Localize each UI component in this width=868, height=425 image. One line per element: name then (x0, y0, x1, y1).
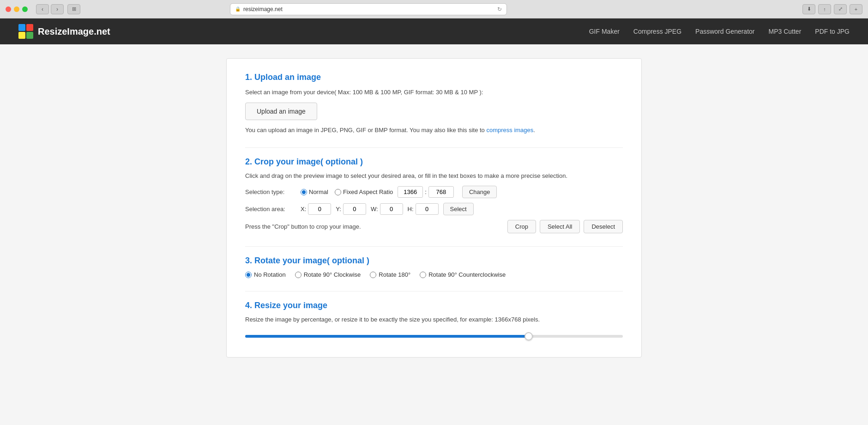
download-icon[interactable]: ⬇ (802, 4, 815, 14)
divider-3 (245, 291, 623, 291)
compress-images-link[interactable]: compress images (486, 127, 533, 134)
resize-desc: Resize the image by percentage, or resiz… (245, 316, 623, 323)
browser-titlebar: ‹ › ⊞ 🔒 resizeimage.net ↻ ⬇ ↑ ⤢ + (0, 0, 868, 18)
nav-link-password-generator[interactable]: Password Generator (695, 28, 754, 35)
nav-link-pdf-to-jpg[interactable]: PDF to JPG (815, 28, 850, 35)
share-icon[interactable]: ↑ (818, 4, 831, 14)
w-label: W: (371, 206, 378, 212)
rotate-section-title: 3. Rotate your image( optional ) (245, 256, 623, 266)
coord-group: X: Y: W: H: (301, 203, 439, 215)
coord-y: Y: (336, 203, 366, 215)
main-card: 1. Upload an image Select an image from … (226, 58, 642, 358)
radio-normal[interactable]: Normal (301, 188, 328, 195)
nav-buttons: ‹ › (36, 4, 64, 14)
divider-1 (245, 147, 623, 148)
pip-icon[interactable]: ⤢ (834, 4, 847, 14)
x-label: X: (301, 206, 306, 212)
slider-track (245, 335, 623, 338)
nav-link-compress-jpeg[interactable]: Compress JPEG (633, 28, 681, 35)
nav-link-mp3-cutter[interactable]: MP3 Cutter (769, 28, 802, 35)
ratio-width-field[interactable] (398, 186, 423, 198)
section-crop: 2. Crop your image( optional ) Click and… (245, 157, 623, 233)
change-button[interactable]: Change (462, 186, 497, 198)
rotate-ccw90[interactable]: Rotate 90° Counterclockwise (420, 271, 506, 278)
crop-button[interactable]: Crop (507, 220, 536, 233)
minimize-button[interactable] (14, 6, 19, 12)
rotate-none-input[interactable] (245, 272, 252, 278)
radio-fixed[interactable]: Fixed Aspect Ratio (335, 188, 393, 195)
logo-tile-blue (18, 24, 25, 31)
site-logo: ResizeImage.net (18, 24, 110, 39)
select-button[interactable]: Select (443, 203, 474, 215)
traffic-lights (6, 6, 28, 12)
page-body: 1. Upload an image Select an image from … (0, 44, 868, 425)
rotate-180[interactable]: Rotate 180° (370, 271, 410, 278)
ratio-separator: : (425, 188, 427, 195)
resize-section-title: 4. Resize your image (245, 301, 623, 310)
reload-icon[interactable]: ↻ (497, 6, 502, 12)
select-all-button[interactable]: Select All (540, 220, 580, 233)
rotate-180-label: Rotate 180° (379, 271, 410, 278)
upload-desc: Select an image from your device( Max: 1… (245, 88, 623, 97)
crop-desc: Click and drag on the preview image to s… (245, 172, 623, 179)
logo-tile-red (26, 24, 33, 31)
radio-normal-input[interactable] (301, 189, 307, 195)
site-logo-text: ResizeImage.net (38, 26, 110, 37)
section-rotate: 3. Rotate your image( optional ) No Rota… (245, 256, 623, 278)
ratio-inputs: : (398, 186, 454, 198)
selection-type-row: Selection type: Normal Fixed Aspect Rati… (245, 186, 623, 198)
nav-link-gif-maker[interactable]: GIF Maker (589, 28, 620, 35)
rotate-none[interactable]: No Rotation (245, 271, 286, 278)
browser-icons: ⬇ ↑ ⤢ + (802, 4, 862, 14)
lock-icon: 🔒 (235, 6, 241, 12)
back-button[interactable]: ‹ (36, 4, 49, 14)
radio-fixed-input[interactable] (335, 189, 341, 195)
new-tab-button[interactable]: + (850, 4, 862, 14)
rotate-cw90-input[interactable] (295, 272, 301, 278)
crop-section-title: 2. Crop your image( optional ) (245, 157, 623, 167)
close-button[interactable] (6, 6, 11, 12)
browser-window: ‹ › ⊞ 🔒 resizeimage.net ↻ ⬇ ↑ ⤢ + Resize… (0, 0, 868, 425)
upload-button[interactable]: Upload an image (245, 103, 317, 120)
coord-w: W: (371, 203, 403, 215)
rotate-cw90-label: Rotate 90° Clockwise (304, 271, 361, 278)
site-nav: ResizeImage.net GIF Maker Compress JPEG … (0, 18, 868, 44)
upload-note-end: . (533, 127, 535, 134)
logo-tile-green (26, 32, 33, 39)
address-bar[interactable]: 🔒 resizeimage.net ↻ (230, 3, 507, 15)
fullscreen-button[interactable] (22, 6, 28, 12)
rotate-ccw90-input[interactable] (420, 272, 426, 278)
rotate-options: No Rotation Rotate 90° Clockwise Rotate … (245, 271, 623, 278)
rotate-cw90[interactable]: Rotate 90° Clockwise (295, 271, 361, 278)
x-field[interactable] (308, 203, 331, 215)
reader-button[interactable]: ⊞ (67, 4, 80, 14)
selection-area-row: Selection area: X: Y: W: (245, 203, 623, 215)
upload-note: You can upload an image in JPEG, PNG, GI… (245, 126, 623, 135)
crop-action-buttons: Crop Select All Deselect (507, 220, 623, 233)
crop-action-row: Press the "Crop" button to crop your ima… (245, 220, 623, 233)
crop-press-desc: Press the "Crop" button to crop your ima… (245, 223, 503, 230)
url-text: resizeimage.net (243, 6, 283, 12)
site-navigation: GIF Maker Compress JPEG Password Generat… (589, 28, 850, 35)
coord-x: X: (301, 203, 331, 215)
upload-note-text: You can upload an image in JPEG, PNG, GI… (245, 127, 486, 134)
h-field[interactable] (416, 203, 439, 215)
deselect-button[interactable]: Deselect (584, 220, 623, 233)
coord-h: H: (408, 203, 439, 215)
h-label: H: (408, 206, 414, 212)
ratio-height-field[interactable] (428, 186, 454, 198)
y-field[interactable] (343, 203, 366, 215)
slider-fill (245, 335, 529, 338)
selection-type-label: Selection type: (245, 188, 296, 195)
logo-tiles (18, 24, 33, 39)
rotate-180-input[interactable] (370, 272, 376, 278)
w-field[interactable] (380, 203, 403, 215)
slider-thumb[interactable] (524, 332, 533, 340)
forward-button[interactable]: › (51, 4, 64, 14)
slider-container (245, 329, 623, 343)
section-resize: 4. Resize your image Resize the image by… (245, 301, 623, 343)
selection-type-radios: Normal Fixed Aspect Ratio (301, 188, 393, 195)
radio-fixed-label: Fixed Aspect Ratio (343, 188, 393, 195)
rotate-ccw90-label: Rotate 90° Counterclockwise (428, 271, 506, 278)
rotate-none-label: No Rotation (254, 271, 286, 278)
